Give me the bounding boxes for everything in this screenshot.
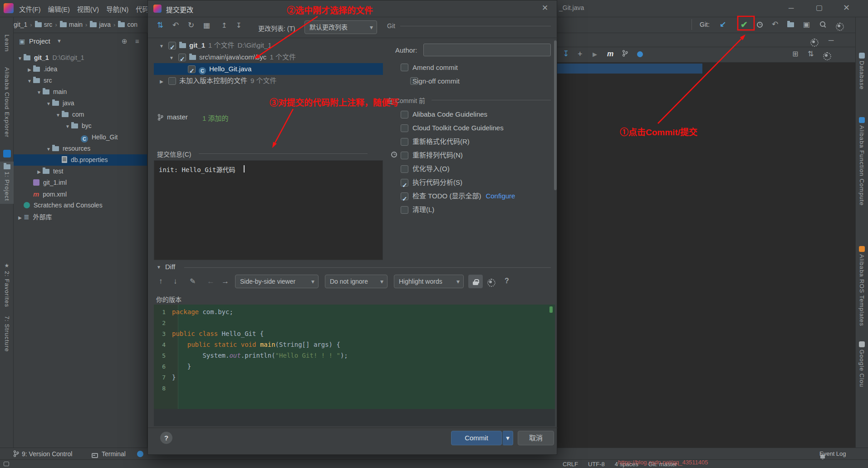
signoff-commit-label[interactable]: Sign-off commit — [412, 77, 460, 85]
previous-difference-icon[interactable]: ↑ — [159, 277, 163, 285]
project-panel-title[interactable]: Project — [29, 37, 50, 45]
checkbox-unchecked[interactable] — [401, 111, 408, 118]
breadcrumb-item[interactable]: con — [118, 20, 137, 28]
search-icon[interactable] — [819, 20, 826, 28]
cloud-toolkit-icon[interactable] — [137, 451, 143, 457]
chevron-down-icon[interactable]: ▼ — [64, 121, 71, 132]
go-left-icon[interactable]: ← — [207, 277, 215, 285]
checkbox-checked[interactable] — [188, 65, 196, 73]
left-stripe-alibaba-cloud-explorer[interactable]: Alibaba Cloud Explorer — [0, 64, 14, 140]
download-icon[interactable]: ↧ — [563, 50, 569, 58]
author-input[interactable] — [423, 44, 551, 56]
open-folder-icon[interactable] — [787, 20, 794, 28]
rollback-icon[interactable]: ↶ — [172, 21, 179, 29]
changes-file-row[interactable]: CHello_Git.java — [154, 63, 383, 75]
tree-item-pom-xml[interactable]: m pom.xml — [14, 188, 147, 200]
next-difference-icon[interactable]: ↓ — [173, 277, 177, 285]
checkbox-unchecked[interactable] — [401, 152, 408, 159]
maven-icon[interactable]: m — [607, 50, 613, 58]
before-commit-option[interactable]: Alibaba Code Guidelines — [401, 108, 555, 121]
checkbox-unchecked[interactable] — [401, 124, 408, 132]
tree-item-git_1[interactable]: ▼ git_1D:\Git\git_1 — [14, 52, 147, 64]
tree-item-resources[interactable]: ▼ resources — [14, 143, 147, 154]
history-icon[interactable] — [391, 152, 397, 158]
tree-item-git_1-iml[interactable]: git_1.iml — [14, 177, 147, 188]
collapse-all-icon[interactable]: ↧ — [236, 21, 242, 29]
toolwindow-event-log[interactable]: Event Log — [819, 450, 846, 457]
configure-link[interactable]: Configure — [485, 192, 515, 200]
changes-root-row[interactable]: ▼git_11 个文件D:\Git\git_1 — [154, 39, 383, 51]
menu-item-2[interactable]: 视图(V) — [74, 4, 103, 14]
left-stripe-learn[interactable]: Learn — [0, 32, 14, 54]
cancel-button[interactable]: 取消 — [518, 431, 554, 445]
before-commit-option[interactable]: 检查 TODO (显示全部)Configure — [401, 189, 555, 203]
checkbox-unchecked[interactable] — [401, 165, 408, 173]
checkbox-checked[interactable] — [168, 42, 176, 49]
tree-item-hello_git[interactable]: C Hello_Git — [14, 132, 147, 143]
scrollbar-marker[interactable] — [549, 306, 553, 313]
settings-icon[interactable] — [836, 20, 842, 28]
sync-icon[interactable] — [637, 50, 643, 58]
expand-all-icon[interactable]: ↥ — [221, 21, 227, 29]
diff-highlight-dropdown[interactable]: Highlight words — [394, 275, 464, 288]
checkbox-unchecked[interactable] — [168, 77, 176, 85]
chevron-down-icon[interactable]: ▼ — [57, 39, 62, 44]
grid-view-icon[interactable]: ⊞ — [792, 50, 798, 58]
diff-code-viewer[interactable]: 1package com.byc;23public class Hello_Gi… — [154, 305, 555, 409]
history-icon[interactable] — [757, 20, 763, 28]
right-stripe-database[interactable]: Database — [855, 51, 868, 92]
toolwindow-version-control[interactable]: 9: Version Control — [22, 450, 72, 458]
toolwindow-terminal[interactable]: Terminal — [102, 450, 126, 458]
chevron-down-icon[interactable]: ▼ — [35, 87, 43, 98]
breadcrumb-item[interactable]: java — [90, 20, 111, 28]
commit-dropdown-button[interactable]: ▾ — [502, 431, 513, 445]
chevron-down-icon[interactable]: ▼ — [158, 40, 165, 52]
menu-item-0[interactable]: 文件(F) — [15, 4, 44, 14]
checkbox-checked[interactable] — [401, 179, 408, 187]
chevron-right-icon[interactable]: ▶ — [35, 166, 43, 177]
tree-item--idea[interactable]: ▶ .idea — [14, 64, 147, 75]
status-item[interactable]: UTF-8 — [588, 461, 605, 468]
chevron-down-icon[interactable]: ▼ — [26, 75, 33, 87]
breadcrumb-item[interactable]: main — [60, 20, 83, 28]
commit-button[interactable]: Commit — [451, 431, 502, 445]
go-right-icon[interactable]: → — [221, 277, 229, 285]
changes-unversioned-row[interactable]: ▶未加入版本控制的文件9 个文件 — [154, 75, 383, 87]
chevron-right-icon[interactable]: ▶ — [16, 212, 24, 223]
diff-help-icon[interactable]: ? — [505, 277, 509, 285]
vcs-commit-icon[interactable]: ✔ — [740, 20, 748, 29]
locate-file-icon[interactable]: ⊕ — [122, 38, 128, 44]
chevron-down-icon[interactable]: ▼ — [45, 143, 52, 155]
diff-ignore-dropdown[interactable]: Do not ignore — [325, 275, 387, 288]
chevron-down-icon[interactable]: ▼ — [155, 265, 162, 270]
diff-viewer-dropdown[interactable]: Side-by-side viewer — [235, 275, 319, 288]
diff-scrollbar-track[interactable] — [154, 409, 555, 426]
hide-icon[interactable]: ─ — [829, 36, 834, 44]
menu-item-3[interactable]: 导航(N) — [103, 4, 132, 14]
before-commit-option[interactable]: 清理(L) — [401, 203, 555, 217]
left-stripe-7-structure[interactable]: 7: Structure — [0, 313, 14, 355]
status-item[interactable]: CRLF — [563, 461, 578, 468]
tree-item-scratches-and-consoles[interactable]: Scratches and Consoles — [14, 200, 147, 211]
right-stripe-alibaba-ros-templates[interactable]: Alibaba ROS Templates — [855, 244, 868, 328]
tree-item-java[interactable]: ▼ java — [14, 98, 147, 109]
before-commit-option[interactable]: 重新格式化代码(R) — [401, 135, 555, 148]
checkbox-unchecked[interactable] — [401, 206, 408, 214]
group-by-icon[interactable]: ▦ — [203, 21, 210, 29]
branch-icon[interactable] — [622, 50, 628, 58]
maximize-button[interactable]: ▢ — [816, 4, 823, 11]
diff-settings-icon[interactable] — [487, 276, 494, 284]
tree-item--[interactable]: ▶≣ 外部库 — [14, 211, 147, 222]
switch-icon[interactable]: ⇅ — [808, 50, 814, 58]
before-commit-option[interactable]: Cloud Toolkit Code Guidelines — [401, 121, 555, 135]
breadcrumb-item[interactable]: src — [35, 20, 53, 28]
left-stripe-2-favorites[interactable]: ★2: Favorites — [0, 260, 14, 310]
changes-package-row[interactable]: ▼src\main\java\com\byc1 个文件 — [154, 51, 383, 63]
help-button[interactable]: ? — [160, 432, 172, 444]
before-commit-option[interactable]: 优化导入(O) — [401, 162, 555, 176]
tree-item-main[interactable]: ▼ main — [14, 86, 147, 98]
rollback-icon[interactable]: ↶ — [772, 20, 778, 28]
refresh-icon[interactable]: ↻ — [188, 21, 194, 29]
changelist-dropdown[interactable]: 默认更改列表 — [304, 20, 377, 34]
before-commit-option[interactable]: 重新排列代码(N) — [401, 148, 555, 162]
